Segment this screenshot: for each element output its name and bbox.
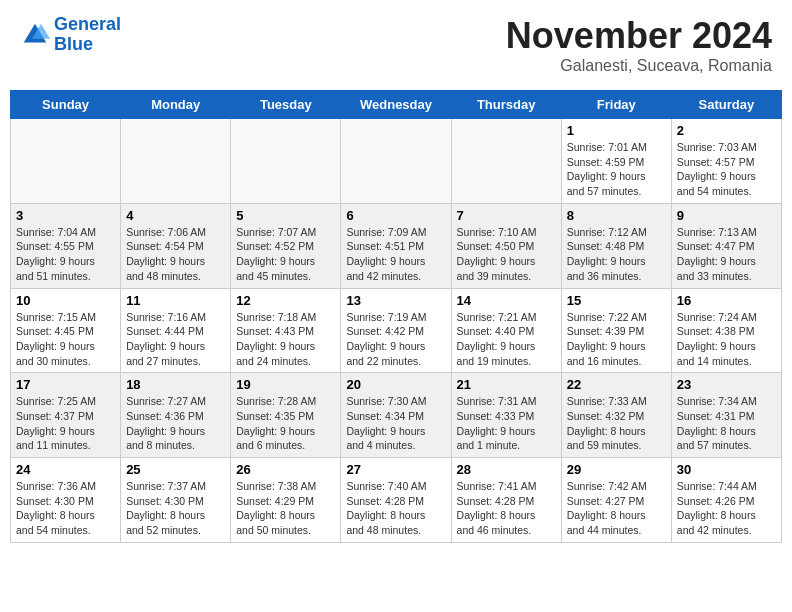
day-number: 27 [346, 462, 445, 477]
logo-icon [20, 20, 50, 50]
day-info: Sunrise: 7:10 AM Sunset: 4:50 PM Dayligh… [457, 225, 556, 284]
calendar-cell: 1Sunrise: 7:01 AM Sunset: 4:59 PM Daylig… [561, 119, 671, 204]
calendar-cell: 21Sunrise: 7:31 AM Sunset: 4:33 PM Dayli… [451, 373, 561, 458]
day-number: 26 [236, 462, 335, 477]
day-info: Sunrise: 7:03 AM Sunset: 4:57 PM Dayligh… [677, 140, 776, 199]
day-number: 24 [16, 462, 115, 477]
calendar-cell: 25Sunrise: 7:37 AM Sunset: 4:30 PM Dayli… [121, 458, 231, 543]
day-info: Sunrise: 7:40 AM Sunset: 4:28 PM Dayligh… [346, 479, 445, 538]
calendar-cell: 16Sunrise: 7:24 AM Sunset: 4:38 PM Dayli… [671, 288, 781, 373]
calendar-cell: 17Sunrise: 7:25 AM Sunset: 4:37 PM Dayli… [11, 373, 121, 458]
calendar-cell: 23Sunrise: 7:34 AM Sunset: 4:31 PM Dayli… [671, 373, 781, 458]
logo: General Blue [20, 15, 121, 55]
calendar-cell: 6Sunrise: 7:09 AM Sunset: 4:51 PM Daylig… [341, 203, 451, 288]
day-info: Sunrise: 7:01 AM Sunset: 4:59 PM Dayligh… [567, 140, 666, 199]
day-info: Sunrise: 7:27 AM Sunset: 4:36 PM Dayligh… [126, 394, 225, 453]
day-info: Sunrise: 7:16 AM Sunset: 4:44 PM Dayligh… [126, 310, 225, 369]
calendar-cell: 27Sunrise: 7:40 AM Sunset: 4:28 PM Dayli… [341, 458, 451, 543]
day-number: 11 [126, 293, 225, 308]
weekday-header: Monday [121, 91, 231, 119]
day-number: 10 [16, 293, 115, 308]
day-info: Sunrise: 7:19 AM Sunset: 4:42 PM Dayligh… [346, 310, 445, 369]
day-number: 23 [677, 377, 776, 392]
day-number: 9 [677, 208, 776, 223]
day-number: 8 [567, 208, 666, 223]
day-info: Sunrise: 7:21 AM Sunset: 4:40 PM Dayligh… [457, 310, 556, 369]
calendar-cell: 14Sunrise: 7:21 AM Sunset: 4:40 PM Dayli… [451, 288, 561, 373]
day-info: Sunrise: 7:30 AM Sunset: 4:34 PM Dayligh… [346, 394, 445, 453]
day-number: 4 [126, 208, 225, 223]
day-number: 17 [16, 377, 115, 392]
calendar-cell: 15Sunrise: 7:22 AM Sunset: 4:39 PM Dayli… [561, 288, 671, 373]
day-info: Sunrise: 7:07 AM Sunset: 4:52 PM Dayligh… [236, 225, 335, 284]
calendar-cell: 28Sunrise: 7:41 AM Sunset: 4:28 PM Dayli… [451, 458, 561, 543]
weekday-header: Friday [561, 91, 671, 119]
day-info: Sunrise: 7:37 AM Sunset: 4:30 PM Dayligh… [126, 479, 225, 538]
calendar-week-row: 10Sunrise: 7:15 AM Sunset: 4:45 PM Dayli… [11, 288, 782, 373]
day-number: 3 [16, 208, 115, 223]
weekday-header: Wednesday [341, 91, 451, 119]
calendar-cell [11, 119, 121, 204]
calendar-cell: 3Sunrise: 7:04 AM Sunset: 4:55 PM Daylig… [11, 203, 121, 288]
calendar-cell: 29Sunrise: 7:42 AM Sunset: 4:27 PM Dayli… [561, 458, 671, 543]
day-number: 22 [567, 377, 666, 392]
day-info: Sunrise: 7:25 AM Sunset: 4:37 PM Dayligh… [16, 394, 115, 453]
calendar-week-row: 3Sunrise: 7:04 AM Sunset: 4:55 PM Daylig… [11, 203, 782, 288]
location-subtitle: Galanesti, Suceava, Romania [506, 57, 772, 75]
day-number: 29 [567, 462, 666, 477]
day-number: 6 [346, 208, 445, 223]
day-info: Sunrise: 7:09 AM Sunset: 4:51 PM Dayligh… [346, 225, 445, 284]
calendar-cell: 12Sunrise: 7:18 AM Sunset: 4:43 PM Dayli… [231, 288, 341, 373]
day-number: 25 [126, 462, 225, 477]
day-number: 30 [677, 462, 776, 477]
day-info: Sunrise: 7:04 AM Sunset: 4:55 PM Dayligh… [16, 225, 115, 284]
day-number: 13 [346, 293, 445, 308]
day-info: Sunrise: 7:24 AM Sunset: 4:38 PM Dayligh… [677, 310, 776, 369]
day-number: 28 [457, 462, 556, 477]
day-number: 1 [567, 123, 666, 138]
header: General Blue November 2024 Galanesti, Su… [10, 10, 782, 80]
calendar-cell: 10Sunrise: 7:15 AM Sunset: 4:45 PM Dayli… [11, 288, 121, 373]
calendar-cell: 5Sunrise: 7:07 AM Sunset: 4:52 PM Daylig… [231, 203, 341, 288]
calendar-cell: 20Sunrise: 7:30 AM Sunset: 4:34 PM Dayli… [341, 373, 451, 458]
calendar: SundayMondayTuesdayWednesdayThursdayFrid… [10, 90, 782, 543]
day-info: Sunrise: 7:31 AM Sunset: 4:33 PM Dayligh… [457, 394, 556, 453]
day-number: 12 [236, 293, 335, 308]
logo-text: General Blue [54, 15, 121, 55]
calendar-cell [121, 119, 231, 204]
day-info: Sunrise: 7:44 AM Sunset: 4:26 PM Dayligh… [677, 479, 776, 538]
weekday-header: Thursday [451, 91, 561, 119]
logo-line1: General [54, 14, 121, 34]
calendar-week-row: 24Sunrise: 7:36 AM Sunset: 4:30 PM Dayli… [11, 458, 782, 543]
calendar-cell: 9Sunrise: 7:13 AM Sunset: 4:47 PM Daylig… [671, 203, 781, 288]
day-info: Sunrise: 7:33 AM Sunset: 4:32 PM Dayligh… [567, 394, 666, 453]
calendar-header-row: SundayMondayTuesdayWednesdayThursdayFrid… [11, 91, 782, 119]
day-number: 5 [236, 208, 335, 223]
day-number: 7 [457, 208, 556, 223]
day-info: Sunrise: 7:41 AM Sunset: 4:28 PM Dayligh… [457, 479, 556, 538]
day-info: Sunrise: 7:06 AM Sunset: 4:54 PM Dayligh… [126, 225, 225, 284]
calendar-cell: 2Sunrise: 7:03 AM Sunset: 4:57 PM Daylig… [671, 119, 781, 204]
weekday-header: Saturday [671, 91, 781, 119]
day-info: Sunrise: 7:13 AM Sunset: 4:47 PM Dayligh… [677, 225, 776, 284]
calendar-cell: 7Sunrise: 7:10 AM Sunset: 4:50 PM Daylig… [451, 203, 561, 288]
calendar-cell: 30Sunrise: 7:44 AM Sunset: 4:26 PM Dayli… [671, 458, 781, 543]
calendar-cell [231, 119, 341, 204]
day-number: 19 [236, 377, 335, 392]
day-info: Sunrise: 7:36 AM Sunset: 4:30 PM Dayligh… [16, 479, 115, 538]
calendar-cell [341, 119, 451, 204]
calendar-cell [451, 119, 561, 204]
calendar-cell: 18Sunrise: 7:27 AM Sunset: 4:36 PM Dayli… [121, 373, 231, 458]
day-info: Sunrise: 7:22 AM Sunset: 4:39 PM Dayligh… [567, 310, 666, 369]
day-info: Sunrise: 7:12 AM Sunset: 4:48 PM Dayligh… [567, 225, 666, 284]
day-number: 18 [126, 377, 225, 392]
day-info: Sunrise: 7:34 AM Sunset: 4:31 PM Dayligh… [677, 394, 776, 453]
calendar-cell: 19Sunrise: 7:28 AM Sunset: 4:35 PM Dayli… [231, 373, 341, 458]
day-number: 14 [457, 293, 556, 308]
day-number: 21 [457, 377, 556, 392]
day-number: 15 [567, 293, 666, 308]
weekday-header: Tuesday [231, 91, 341, 119]
day-info: Sunrise: 7:28 AM Sunset: 4:35 PM Dayligh… [236, 394, 335, 453]
calendar-cell: 24Sunrise: 7:36 AM Sunset: 4:30 PM Dayli… [11, 458, 121, 543]
weekday-header: Sunday [11, 91, 121, 119]
